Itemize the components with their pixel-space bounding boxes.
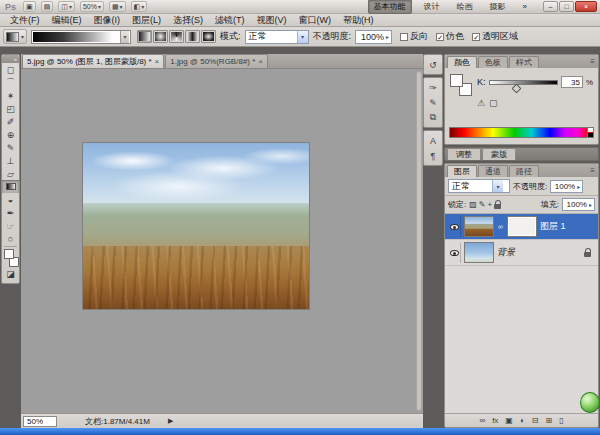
workspace-overflow-button[interactable]: »	[518, 1, 532, 12]
zoom-tool[interactable]: ○	[2, 232, 19, 245]
new-layer-button[interactable]: ⊞	[545, 417, 552, 425]
tab-channels[interactable]: 通道	[478, 165, 508, 177]
link-layers-button[interactable]: ∞	[479, 417, 485, 425]
k-value-field[interactable]: 35	[561, 76, 583, 88]
eraser-tool[interactable]: ▱	[2, 167, 19, 180]
tool-preset-picker[interactable]: ▾	[3, 29, 27, 44]
layer-style-button[interactable]: fx	[492, 417, 498, 425]
hand-tool[interactable]: ☞	[2, 219, 19, 232]
layer-name[interactable]: 图层 1	[540, 220, 566, 233]
layer-thumbnail[interactable]	[464, 242, 494, 263]
menu-view[interactable]: 视图(V)	[251, 14, 293, 27]
launch-bridge-button[interactable]: ▣	[23, 1, 36, 12]
blur-tool[interactable]: ◒	[2, 193, 19, 206]
layer-row-background[interactable]: 背景	[445, 240, 598, 266]
layer-name[interactable]: 背景	[497, 246, 515, 259]
clone-stamp-tool[interactable]: ⊥	[2, 154, 19, 167]
restore-button[interactable]: □	[559, 1, 574, 12]
rectangular-marquee-tool[interactable]: ◻	[2, 63, 19, 76]
close-tab-icon[interactable]: ×	[258, 57, 263, 66]
canvas-image[interactable]	[83, 143, 309, 309]
gradient-tool[interactable]	[2, 180, 19, 193]
workspace-painting-button[interactable]: 绘画	[452, 0, 478, 13]
workspace-design-button[interactable]: 设计	[419, 0, 445, 13]
brush-presets-panel-icon[interactable]: ✑	[425, 80, 441, 95]
diamond-gradient-button[interactable]	[201, 30, 216, 43]
transparency-checkbox[interactable]: ✓	[472, 33, 480, 41]
white-cap[interactable]	[587, 128, 593, 132]
screen-mode-button[interactable]: ◧▾	[131, 1, 148, 12]
delete-layer-button[interactable]: ▯	[559, 417, 563, 425]
zoom-level-dropdown[interactable]: 50%▾	[80, 1, 104, 12]
panel-menu-icon[interactable]: ≡	[590, 57, 595, 66]
panel-color-swatches[interactable]	[450, 74, 472, 96]
floating-assistant-ball[interactable]	[580, 392, 600, 413]
reverse-checkbox[interactable]	[400, 33, 408, 41]
gradient-editor-preview[interactable]: ▾	[31, 30, 131, 44]
layer-fill-field[interactable]: 100% ▸	[562, 198, 595, 211]
radial-gradient-button[interactable]	[153, 30, 168, 43]
tab-layers[interactable]: 图层	[447, 165, 477, 177]
history-panel-icon[interactable]: ↺	[425, 57, 441, 72]
lock-pixels-icon[interactable]: ✎	[479, 200, 486, 209]
workspace-essentials-button[interactable]: 基本功能	[368, 0, 412, 14]
lock-all-icon[interactable]	[494, 204, 501, 209]
tab-adjustments[interactable]: 调整	[447, 148, 481, 160]
visibility-toggle[interactable]	[448, 217, 461, 237]
magic-wand-tool[interactable]: ✶	[2, 89, 19, 102]
close-tab-icon[interactable]: ×	[155, 57, 160, 66]
layer-blend-mode-select[interactable]: 正常 ▾	[448, 179, 510, 193]
blend-mode-select[interactable]: 正常 ▾	[245, 30, 309, 44]
black-cap[interactable]	[587, 133, 593, 137]
layer-row-layer1[interactable]: ∞ 图层 1	[445, 214, 598, 240]
tab-masks[interactable]: 蒙版	[482, 148, 516, 160]
brushes-panel-icon[interactable]: ✎	[425, 95, 441, 110]
menu-layer[interactable]: 图层(L)	[126, 14, 167, 27]
quick-mask-button[interactable]: ◪	[2, 267, 19, 280]
linear-gradient-button[interactable]	[137, 30, 152, 43]
eyedropper-tool[interactable]: ✐	[2, 115, 19, 128]
paragraph-panel-icon[interactable]: ¶	[425, 148, 441, 163]
dither-checkbox-group[interactable]: ✓ 仿色	[436, 30, 464, 43]
tab-paths[interactable]: 路径	[509, 165, 539, 177]
k-slider[interactable]	[489, 80, 558, 85]
document-tab-inactive[interactable]: 1.jpg @ 50%(RGB/8#) * ×	[165, 54, 268, 68]
document-tab-active[interactable]: 5.jpg @ 50% (图层 1, 图层蒙版/8) * ×	[22, 54, 164, 68]
mini-bridge-button[interactable]: ▤	[41, 1, 54, 12]
canvas[interactable]	[21, 69, 423, 413]
healing-brush-tool[interactable]: ⊕	[2, 128, 19, 141]
status-options-arrow[interactable]: ▶	[168, 417, 173, 425]
menu-image[interactable]: 图像(I)	[88, 14, 127, 27]
tab-styles[interactable]: 样式	[509, 56, 539, 68]
gamut-warning-icon[interactable]: ⚠	[477, 98, 485, 108]
reflected-gradient-button[interactable]	[185, 30, 200, 43]
pen-tool[interactable]: ✒	[2, 206, 19, 219]
opacity-field[interactable]: 100% ▸	[355, 30, 392, 44]
visibility-toggle[interactable]	[448, 243, 461, 263]
menu-select[interactable]: 选择(S)	[167, 14, 209, 27]
new-group-button[interactable]: ⊟	[532, 417, 539, 425]
tab-color[interactable]: 颜色	[447, 56, 477, 68]
foreground-color-swatch[interactable]	[450, 74, 463, 87]
minimize-button[interactable]: –	[543, 1, 558, 12]
brush-tool[interactable]: ✎	[2, 141, 19, 154]
menu-window[interactable]: 窗口(W)	[293, 14, 338, 27]
lock-transparency-icon[interactable]: ▨	[469, 200, 477, 209]
close-button[interactable]: ×	[575, 1, 597, 12]
add-layer-mask-button[interactable]: ▣	[505, 417, 513, 425]
status-zoom-field[interactable]: 50%	[23, 416, 57, 427]
angle-gradient-button[interactable]	[169, 30, 184, 43]
tools-collapse-header[interactable]: «	[2, 55, 19, 63]
character-panel-icon[interactable]: A	[425, 133, 441, 148]
layer-opacity-field[interactable]: 100% ▸	[550, 180, 583, 193]
menu-filter[interactable]: 滤镜(T)	[209, 14, 251, 27]
web-color-icon[interactable]: ▢	[489, 98, 498, 108]
transparency-checkbox-group[interactable]: ✓ 透明区域	[472, 30, 518, 43]
layer-thumbnail[interactable]	[464, 216, 494, 237]
foreground-color-swatch[interactable]	[4, 249, 14, 259]
menu-edit[interactable]: 编辑(E)	[46, 14, 88, 27]
menu-file[interactable]: 文件(F)	[4, 14, 46, 27]
view-extras-button[interactable]: ◫▾	[58, 1, 75, 12]
layer-mask-thumbnail[interactable]	[507, 216, 537, 237]
workspace-photography-button[interactable]: 摄影	[485, 0, 511, 13]
